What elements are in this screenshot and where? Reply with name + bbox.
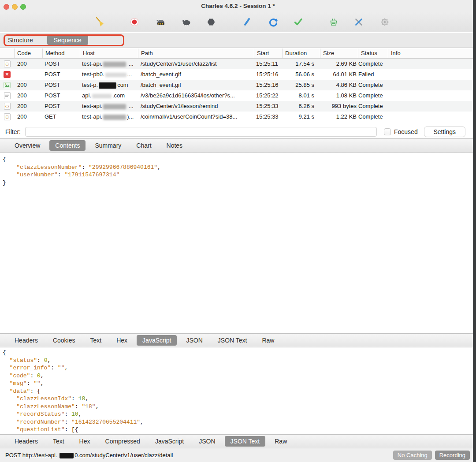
cell-code: 200 — [14, 112, 42, 122]
table-row[interactable]: {}200GETtest-api.).../coin/mall/v1/userC… — [0, 112, 476, 122]
cell-info — [388, 80, 476, 90]
failed-icon: ✕ — [4, 71, 11, 78]
main-toolbar — [0, 12, 476, 32]
tab-hex[interactable]: Hex — [74, 436, 96, 447]
tab-contents[interactable]: Contents — [49, 140, 86, 151]
code-line: "error_info": "", — [3, 364, 476, 372]
view-mode-bar: Structure Sequence — [0, 33, 476, 48]
tab-raw[interactable]: Raw — [256, 335, 280, 346]
bottom-tabbar: HeadersTextHexCompressedJavaScriptJSONJS… — [0, 434, 476, 448]
compose-basket-icon[interactable] — [328, 17, 339, 27]
window-right-edge — [473, 0, 476, 462]
column-header-code[interactable]: Code — [14, 48, 42, 58]
cell-method: POST — [42, 90, 80, 101]
compose-pencil-icon[interactable] — [242, 17, 252, 27]
code-line: { — [3, 156, 476, 164]
cell-host: test-api. ... — [80, 101, 138, 112]
tab-text[interactable]: Text — [85, 335, 108, 346]
record-icon[interactable] — [129, 17, 140, 27]
cell-code — [14, 69, 42, 80]
table-row[interactable]: ✕POSTtest-pb0..../batch_event.gif15:25:1… — [0, 69, 476, 80]
cell-path: /coin/mall/v1/userCoinCount?sid=38... — [138, 112, 254, 122]
code-line: "code": 0, — [3, 372, 476, 380]
settings-gear-icon[interactable] — [379, 17, 390, 27]
tab-json[interactable]: JSON — [180, 335, 208, 346]
filter-input[interactable] — [25, 127, 377, 137]
text-file-icon — [4, 92, 11, 99]
status-badge-recording: Recording — [435, 451, 470, 460]
status-badges: No CachingRecording — [393, 451, 470, 460]
tab-javascript[interactable]: JavaScript — [137, 335, 177, 346]
throttle-turtle-icon[interactable] — [156, 17, 166, 27]
tab-headers[interactable]: Headers — [9, 436, 44, 447]
table-row[interactable]: {}200POSTtest-api. .../studyCenter/v1/le… — [0, 101, 476, 112]
repeat-icon[interactable] — [268, 17, 279, 27]
cell-start: 15:25:22 — [254, 90, 282, 101]
table-row[interactable]: 200POSTapi..com/v3/be26a9c1d6166354/ios/… — [0, 90, 476, 101]
clear-broom-icon[interactable] — [94, 17, 105, 27]
column-header-icon[interactable] — [0, 48, 14, 58]
code-line: "data": { — [3, 387, 476, 395]
cell-start: 15:25:33 — [254, 112, 282, 122]
column-header-size[interactable]: Size — [320, 48, 358, 58]
settings-button[interactable]: Settings — [424, 127, 465, 137]
tab-overview[interactable]: Overview — [9, 140, 46, 151]
tab-summary[interactable]: Summary — [89, 140, 127, 151]
cell-info — [388, 59, 476, 69]
code-line: "msg": "", — [3, 380, 476, 387]
cell-host: test-api. ... — [80, 59, 138, 69]
tab-json[interactable]: JSON — [193, 436, 221, 447]
filter-bar: Filter: Focused Settings — [0, 125, 476, 138]
request-table: {}200POSTtest-api. .../studyCenter/v1/us… — [0, 59, 476, 122]
column-header-start[interactable]: Start — [254, 48, 282, 58]
tab-chart[interactable]: Chart — [130, 140, 157, 151]
cell-duration: 6.26 s — [282, 101, 320, 112]
cell-duration: 9.21 s — [282, 112, 320, 122]
cell-method: POST — [42, 59, 80, 69]
tab-json-text[interactable]: JSON Text — [212, 335, 253, 346]
table-row[interactable]: 200POSTtest-p.com/batch_event.gif15:25:1… — [0, 80, 476, 90]
tab-hex[interactable]: Hex — [111, 335, 133, 346]
column-header-method[interactable]: Method — [42, 48, 80, 58]
cell-method: GET — [42, 112, 80, 122]
validate-check-icon[interactable] — [293, 17, 304, 27]
focused-checkbox[interactable] — [384, 128, 391, 135]
cell-size: 993 bytes — [320, 101, 358, 112]
redacted-text — [103, 62, 126, 67]
tab-compressed[interactable]: Compressed — [100, 436, 146, 447]
json-file-icon: {} — [4, 103, 11, 110]
cell-duration: 17.54 s — [282, 59, 320, 69]
column-header-path[interactable]: Path — [138, 48, 254, 58]
cell-info — [388, 112, 476, 122]
tab-sequence[interactable]: Sequence — [47, 35, 88, 45]
redacted-text — [103, 115, 126, 120]
tab-cookies[interactable]: Cookies — [47, 335, 81, 346]
stop-hexagon-icon[interactable] — [206, 17, 216, 27]
column-header-info[interactable]: Info — [388, 48, 476, 58]
cell-method: POST — [42, 69, 80, 80]
content-tabbar: OverviewContentsSummaryChartNotes — [0, 138, 476, 153]
redacted-text — [60, 453, 74, 458]
code-line: "clazzLessonNumber": "299299667886940161… — [3, 164, 476, 171]
cell-status: Failed — [358, 69, 388, 80]
redacted-text — [103, 104, 126, 109]
column-header-host[interactable]: Host — [80, 48, 138, 58]
charles-window: Charles 4.6.2 - Session 1 * Structure Se… — [0, 0, 476, 462]
cell-info — [388, 101, 476, 112]
breakpoints-turtle-icon[interactable] — [181, 17, 192, 27]
cell-duration: 56.06 s — [282, 69, 320, 80]
cell-start: 15:25:16 — [254, 69, 282, 80]
column-header-status[interactable]: Status — [358, 48, 388, 58]
status-bar: POST http://test-api. 0.com/studyCenter/… — [0, 448, 476, 462]
tab-headers[interactable]: Headers — [9, 335, 44, 346]
cell-start: 15:25:33 — [254, 101, 282, 112]
tab-text[interactable]: Text — [47, 436, 70, 447]
table-row[interactable]: {}200POSTtest-api. .../studyCenter/v1/us… — [0, 59, 476, 69]
tab-notes[interactable]: Notes — [161, 140, 189, 151]
tab-json-text[interactable]: JSON Text — [225, 436, 266, 447]
tab-javascript[interactable]: JavaScript — [149, 436, 190, 447]
tools-icon[interactable] — [353, 17, 364, 27]
tab-raw[interactable]: Raw — [269, 436, 293, 447]
column-header-duration[interactable]: Duration — [282, 48, 320, 58]
tab-structure[interactable]: Structure — [8, 37, 33, 44]
